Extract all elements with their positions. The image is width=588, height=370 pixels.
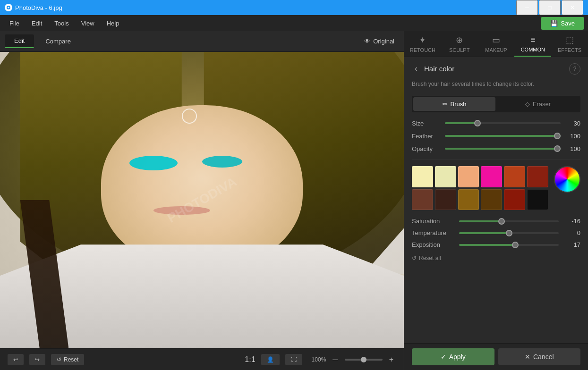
portrait-canvas[interactable]: PHOTODIVA — [0, 52, 404, 348]
swatch-6[interactable] — [412, 189, 433, 210]
compare-tab[interactable]: Compare — [36, 35, 80, 48]
swatch-5[interactable] — [527, 166, 548, 187]
close-button[interactable]: ✕ — [562, 0, 583, 15]
tab-effects[interactable]: ⬚ EFFECTS — [551, 31, 588, 57]
canvas-toolbar: Edit Compare 👁 Original — [0, 31, 404, 52]
common-icon: ≡ — [530, 35, 536, 45]
cancel-button[interactable]: ✕ Cancel — [498, 348, 581, 365]
temperature-label: Temperature — [412, 229, 454, 236]
menubar: File Edit Tools View Help 💾 Save — [0, 15, 588, 31]
eraser-label: Eraser — [533, 101, 551, 108]
divider-1 — [412, 159, 580, 160]
face-shape — [101, 105, 303, 268]
menu-view[interactable]: View — [76, 18, 100, 29]
tab-sculpt[interactable]: ⊕ SCULPT — [441, 31, 478, 57]
effects-label: EFFECTS — [558, 47, 581, 53]
titlebar: PhotoDiva - 6.jpg ─ □ ✕ — [0, 0, 588, 15]
help-button[interactable]: ? — [569, 63, 580, 75]
brush-eraser-toggle: ✏ Brush ◇ Eraser — [412, 96, 580, 112]
brush-icon: ✏ — [443, 101, 448, 108]
window-controls: ─ □ ✕ — [516, 0, 583, 15]
app-title: PhotoDiva - 6.jpg — [15, 4, 62, 11]
save-button[interactable]: 💾 Save — [541, 17, 584, 30]
eraser-button[interactable]: ◇ Eraser — [497, 97, 579, 111]
zoom-ratio: 1:1 — [245, 355, 255, 364]
makeup-icon: ▭ — [492, 35, 500, 45]
original-label: Original — [373, 38, 394, 45]
menu-tools[interactable]: Tools — [49, 18, 74, 29]
swatch-4[interactable] — [504, 166, 525, 187]
size-slider-row: Size 30 — [412, 120, 580, 127]
canvas-area: Edit Compare 👁 Original — [0, 31, 404, 370]
sculpt-label: SCULPT — [449, 47, 469, 53]
fullscreen-icon: ⛶ — [291, 356, 297, 363]
swatch-grid — [412, 166, 548, 210]
app-title-area: PhotoDiva - 6.jpg — [5, 4, 62, 11]
size-label: Size — [412, 120, 440, 127]
zoom-out-button[interactable]: ─ — [330, 354, 341, 365]
cancel-icon: ✕ — [525, 353, 530, 361]
restore-button[interactable]: □ — [539, 0, 561, 15]
panel-footer: ✓ Apply ✕ Cancel — [404, 343, 588, 370]
cancel-label: Cancel — [533, 353, 554, 361]
tab-makeup[interactable]: ▭ MAKEUP — [478, 31, 515, 57]
zoom-slider[interactable] — [345, 359, 383, 361]
apply-button[interactable]: ✓ Apply — [412, 348, 494, 365]
tab-common[interactable]: ≡ COMMON — [514, 31, 551, 57]
zoom-in-button[interactable]: + — [386, 354, 396, 365]
color-section — [412, 166, 580, 210]
avatar-icon: 👤 — [267, 356, 274, 363]
menu-edit[interactable]: Edit — [26, 18, 48, 29]
eye-icon: 👁 — [364, 38, 370, 45]
color-wheel[interactable] — [554, 166, 580, 193]
canvas-image[interactable]: PHOTODIVA — [0, 52, 404, 348]
swatch-8[interactable] — [458, 189, 479, 210]
menu-file[interactable]: File — [4, 18, 25, 29]
saturation-slider-row: Saturation -16 — [412, 218, 580, 225]
fullscreen-button[interactable]: ⛶ — [285, 354, 302, 365]
brush-button[interactable]: ✏ Brush — [413, 97, 495, 111]
opacity-value: 100 — [565, 145, 580, 152]
brush-cursor — [182, 109, 197, 124]
swatch-1[interactable] — [435, 166, 456, 187]
save-icon: 💾 — [550, 20, 558, 27]
eraser-icon: ◇ — [525, 101, 530, 108]
swatch-9[interactable] — [481, 189, 502, 210]
temperature-slider-row: Temperature 0 — [412, 229, 580, 236]
swatch-7[interactable] — [435, 189, 456, 210]
swatch-2[interactable] — [458, 166, 479, 187]
checkmark-icon: ✓ — [441, 353, 446, 361]
minimize-button[interactable]: ─ — [516, 0, 538, 15]
exposition-value: 17 — [563, 241, 580, 248]
undo-button[interactable]: ↩ — [8, 354, 24, 365]
temperature-slider[interactable] — [459, 232, 559, 234]
exposition-slider-row: Exposition 17 — [412, 241, 580, 248]
saturation-value: -16 — [563, 218, 580, 225]
menu-items: File Edit Tools View Help — [4, 18, 125, 29]
swatch-0[interactable] — [412, 166, 433, 187]
reset-button[interactable]: ↺ Reset — [51, 354, 84, 365]
redo-button[interactable]: ↪ — [29, 354, 45, 365]
exposition-slider[interactable] — [459, 244, 559, 246]
feather-label: Feather — [412, 133, 440, 140]
feather-slider[interactable] — [445, 135, 561, 137]
retouch-label: RETOUCH — [410, 47, 435, 53]
effects-icon: ⬚ — [566, 35, 574, 45]
tab-retouch[interactable]: ✦ RETOUCH — [404, 31, 441, 57]
swatch-10[interactable] — [504, 189, 525, 210]
opacity-slider[interactable] — [445, 148, 561, 150]
swatch-3[interactable] — [481, 166, 502, 187]
tab-strip: ✦ RETOUCH ⊕ SCULPT ▭ MAKEUP ≡ COMMON ⬚ E… — [404, 31, 588, 57]
menu-help[interactable]: Help — [101, 18, 125, 29]
size-slider[interactable] — [445, 122, 561, 124]
size-value: 30 — [565, 120, 580, 127]
panel-content[interactable]: ‹ Hair color ? Brush your hair several t… — [404, 57, 588, 343]
fit-view-button[interactable]: 👤 — [261, 354, 280, 365]
original-button[interactable]: 👁 Original — [359, 36, 399, 47]
reset-icon: ↺ — [57, 356, 61, 363]
edit-tab[interactable]: Edit — [5, 34, 34, 48]
swatch-11[interactable] — [527, 189, 548, 210]
reset-all-button[interactable]: ↺ Reset all — [412, 253, 441, 263]
saturation-slider[interactable] — [459, 220, 559, 222]
back-button[interactable]: ‹ — [412, 63, 420, 75]
